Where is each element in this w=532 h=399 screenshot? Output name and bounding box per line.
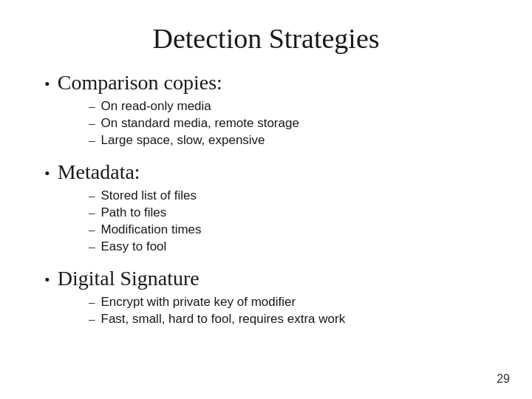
bullet-dot-comparison: •	[44, 76, 50, 92]
page-number: 29	[497, 372, 510, 386]
subitem-text: Large space, slow, expensive	[101, 133, 265, 148]
subitem-text: Path to files	[101, 205, 167, 220]
dash-icon: –	[89, 133, 95, 148]
dash-icon: –	[89, 239, 95, 254]
list-item: – Large space, slow, expensive	[89, 133, 488, 148]
subitem-text: Modification times	[101, 222, 202, 237]
list-item: – On standard media, remote storage	[89, 116, 488, 131]
list-item: – Easy to fool	[89, 239, 488, 254]
sublist-metadata: – Stored list of files – Path to files –…	[89, 188, 488, 254]
list-item: – Path to files	[89, 205, 488, 220]
subitem-text: Encrypt with private key of modifier	[101, 295, 296, 310]
bullet-label-digital: Digital Signature	[58, 267, 200, 290]
list-item: – Fast, small, hard to fool, requires ex…	[89, 312, 488, 327]
section-comparison: • Comparison copies: – On read-only medi…	[44, 71, 488, 150]
section-digital: • Digital Signature – Encrypt with priva…	[44, 267, 488, 329]
bullet-comparison: • Comparison copies:	[44, 71, 488, 95]
dash-icon: –	[89, 295, 95, 310]
subitem-text: Easy to fool	[101, 239, 167, 254]
list-item: – On read-only media	[89, 99, 488, 114]
bullet-label-comparison: Comparison copies:	[58, 71, 222, 95]
subitem-text: Fast, small, hard to fool, requires extr…	[101, 312, 346, 327]
slide: Detection Strategies • Comparison copies…	[0, 0, 532, 399]
dash-icon: –	[89, 312, 95, 327]
subitem-text: Stored list of files	[101, 188, 197, 203]
dash-icon: –	[89, 99, 95, 114]
subitem-text: On read-only media	[101, 99, 211, 114]
slide-title: Detection Strategies	[44, 22, 488, 55]
dash-icon: –	[89, 188, 95, 203]
sublist-digital: – Encrypt with private key of modifier –…	[89, 295, 488, 327]
bullet-digital: • Digital Signature	[44, 267, 488, 290]
bullet-label-metadata: Metadata:	[58, 160, 140, 184]
subitem-text: On standard media, remote storage	[101, 116, 299, 131]
section-metadata: • Metadata: – Stored list of files – Pat…	[44, 160, 488, 256]
sublist-comparison: – On read-only media – On standard media…	[89, 99, 488, 148]
list-item: – Stored list of files	[89, 188, 488, 203]
list-item: – Encrypt with private key of modifier	[89, 295, 488, 310]
bullet-dot-metadata: •	[44, 166, 50, 182]
dash-icon: –	[89, 205, 95, 220]
list-item: – Modification times	[89, 222, 488, 237]
dash-icon: –	[89, 116, 95, 131]
dash-icon: –	[89, 222, 95, 237]
bullet-metadata: • Metadata:	[44, 160, 488, 184]
bullet-dot-digital: •	[44, 272, 50, 288]
